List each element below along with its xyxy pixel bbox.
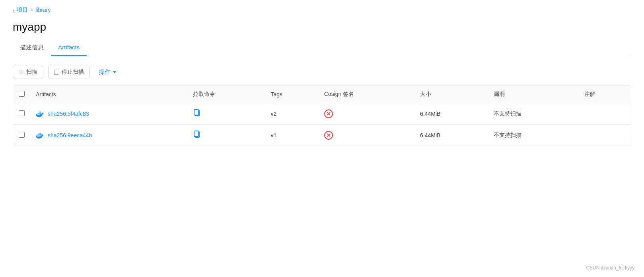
vuln-value: 不支持扫描 bbox=[494, 110, 521, 117]
docker-icon bbox=[36, 109, 45, 118]
artifact-link[interactable]: sha256:9eeca44b bbox=[36, 131, 182, 140]
svg-rect-1 bbox=[194, 109, 198, 115]
pull-command-cell bbox=[187, 125, 265, 146]
scan-button-label: 扫描 bbox=[26, 68, 37, 76]
scan-button[interactable]: ☉ 扫描 bbox=[13, 66, 43, 78]
header-pull-command: 拉取命令 bbox=[187, 86, 265, 103]
tabs: 描述信息 Artifacts bbox=[13, 40, 631, 56]
stop-icon bbox=[54, 70, 59, 75]
header-cosign: Cosign 签名 bbox=[319, 86, 414, 103]
tag-value: v2 bbox=[271, 111, 277, 117]
annotation-cell bbox=[579, 103, 631, 125]
docker-icon bbox=[36, 131, 45, 140]
vuln-value: 不支持扫描 bbox=[494, 132, 521, 138]
cosign-cell: ✕ bbox=[319, 125, 414, 146]
chevron-down-icon bbox=[113, 71, 116, 73]
tab-describe[interactable]: 描述信息 bbox=[13, 40, 51, 56]
svg-rect-3 bbox=[194, 131, 198, 137]
breadcrumb-arrow: ‹ bbox=[13, 7, 14, 13]
toolbar: ☉ 扫描 停止扫描 操作 bbox=[13, 66, 631, 78]
actions-label: 操作 bbox=[99, 68, 111, 76]
breadcrumb-project[interactable]: 项目 bbox=[17, 6, 28, 14]
page-title: myapp bbox=[13, 21, 631, 33]
row-checkbox-cell bbox=[13, 103, 30, 125]
size-cell: 6.44MiB bbox=[414, 103, 488, 125]
header-checkbox-cell bbox=[13, 86, 30, 103]
artifacts-table: Artifacts 拉取命令 Tags Cosign 签名 大小 漏洞 注解 bbox=[13, 86, 631, 146]
size-value: 6.44MiB bbox=[420, 111, 440, 117]
header-annotation: 注解 bbox=[579, 86, 631, 103]
size-cell: 6.44MiB bbox=[414, 125, 488, 146]
copy-icon bbox=[193, 109, 201, 117]
header-vulnerabilities: 漏洞 bbox=[488, 86, 579, 103]
tags-cell: v2 bbox=[265, 103, 319, 125]
artifact-hash: sha256:5f4afc83 bbox=[48, 111, 89, 117]
artifact-hash: sha256:9eeca44b bbox=[48, 132, 92, 138]
stop-scan-button-label: 停止扫描 bbox=[62, 68, 84, 76]
breadcrumb-sep-1: > bbox=[30, 7, 33, 13]
cosign-cell: ✕ bbox=[319, 103, 414, 125]
breadcrumb-library[interactable]: library bbox=[35, 7, 51, 13]
vulnerabilities-cell: 不支持扫描 bbox=[488, 103, 579, 125]
breadcrumb: ‹ 项目 > library bbox=[13, 0, 631, 17]
header-artifacts: Artifacts bbox=[30, 86, 187, 103]
row-checkbox-cell bbox=[13, 125, 30, 146]
table-row: sha256:9eeca44b v1 bbox=[13, 125, 631, 146]
artifact-cell: sha256:5f4afc83 bbox=[30, 103, 187, 125]
tag-value: v1 bbox=[271, 132, 277, 138]
tags-cell: v1 bbox=[265, 125, 319, 146]
shield-icon: ☉ bbox=[19, 69, 24, 75]
artifact-cell: sha256:9eeca44b bbox=[30, 125, 187, 146]
header-size: 大小 bbox=[414, 86, 488, 103]
pull-command-cell bbox=[187, 103, 265, 125]
table-header-row: Artifacts 拉取命令 Tags Cosign 签名 大小 漏洞 注解 bbox=[13, 86, 631, 103]
table-row: sha256:5f4afc83 v2 bbox=[13, 103, 631, 125]
copy-button[interactable] bbox=[193, 130, 201, 139]
header-tags: Tags bbox=[265, 86, 319, 103]
watermark: CSDN @xuan_luckyyy bbox=[586, 265, 634, 271]
cosign-error-icon: ✕ bbox=[324, 109, 333, 118]
page-container: ‹ 项目 > library myapp 描述信息 Artifacts ☉ 扫描… bbox=[0, 0, 644, 277]
cosign-error-icon: ✕ bbox=[324, 131, 333, 140]
actions-button[interactable]: 操作 bbox=[95, 66, 120, 78]
stop-scan-button[interactable]: 停止扫描 bbox=[48, 66, 90, 78]
tab-artifacts[interactable]: Artifacts bbox=[51, 40, 87, 56]
row-checkbox[interactable] bbox=[19, 110, 25, 116]
select-all-checkbox[interactable] bbox=[19, 91, 25, 97]
annotation-cell bbox=[579, 125, 631, 146]
size-value: 6.44MiB bbox=[420, 132, 440, 138]
copy-button[interactable] bbox=[193, 109, 201, 117]
vulnerabilities-cell: 不支持扫描 bbox=[488, 125, 579, 146]
artifact-link[interactable]: sha256:5f4afc83 bbox=[36, 109, 182, 118]
row-checkbox[interactable] bbox=[19, 132, 25, 138]
copy-icon bbox=[193, 130, 201, 139]
